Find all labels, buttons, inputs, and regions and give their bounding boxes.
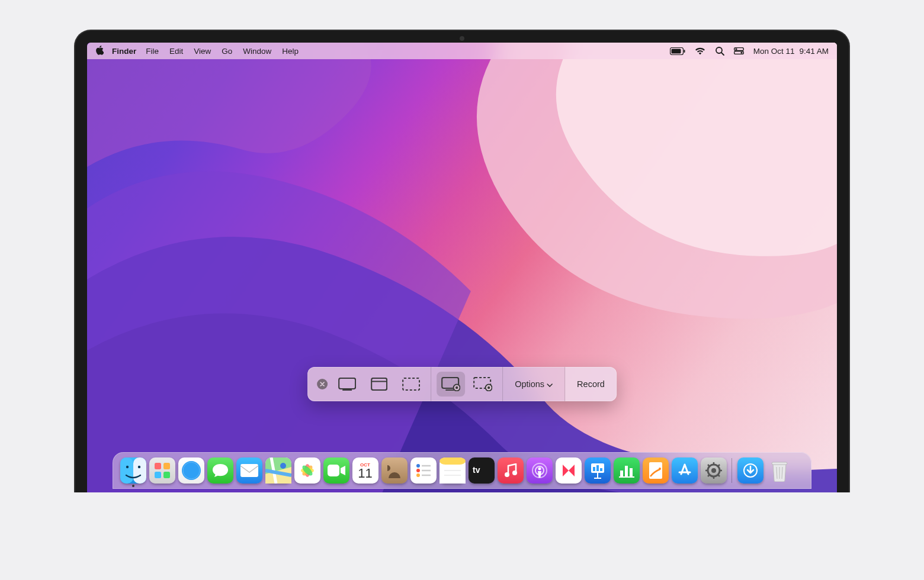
- dock-app-tv[interactable]: tv: [469, 457, 495, 484]
- svg-line-77: [708, 475, 710, 476]
- dock-app-keynote[interactable]: [585, 457, 611, 484]
- svg-rect-79: [772, 462, 787, 465]
- dock-app-notes[interactable]: [439, 457, 466, 484]
- wallpaper: [87, 43, 837, 492]
- svg-line-4: [721, 53, 724, 55]
- wifi-icon[interactable]: [695, 47, 705, 55]
- dock-separator: [732, 458, 732, 483]
- dock-trash[interactable]: [766, 457, 793, 484]
- active-indicator: [132, 485, 134, 487]
- svg-point-40: [416, 464, 420, 468]
- tv-icon: tv: [473, 465, 490, 476]
- menubar-date[interactable]: Mon Oct 11: [753, 47, 795, 56]
- dock-app-system-preferences[interactable]: [701, 457, 727, 484]
- svg-rect-27: [155, 472, 161, 478]
- svg-point-69: [711, 468, 716, 473]
- capture-portion-button[interactable]: [397, 372, 425, 397]
- svg-point-24: [137, 466, 140, 468]
- dock-app-finder[interactable]: [120, 457, 146, 484]
- dock-app-numbers[interactable]: [614, 457, 640, 484]
- svg-point-6: [735, 48, 737, 50]
- record-button[interactable]: Record: [565, 367, 617, 401]
- svg-rect-47: [439, 465, 466, 484]
- svg-point-23: [126, 466, 128, 468]
- dock-app-facetime[interactable]: [323, 457, 349, 484]
- active-app-name[interactable]: Finder: [112, 47, 136, 56]
- dock-app-appstore[interactable]: [672, 457, 698, 484]
- svg-point-42: [416, 469, 420, 472]
- close-button[interactable]: [317, 379, 328, 389]
- desktop-screen: Finder File Edit View Go Window Help: [87, 43, 837, 492]
- record-label: Record: [577, 379, 605, 389]
- dock-app-podcasts[interactable]: [527, 457, 553, 484]
- chevron-down-icon: [547, 379, 553, 389]
- svg-rect-64: [630, 468, 633, 476]
- svg-rect-38: [328, 465, 339, 476]
- svg-rect-11: [371, 378, 387, 390]
- menu-help[interactable]: Help: [282, 47, 299, 56]
- svg-rect-63: [625, 466, 628, 476]
- options-button[interactable]: Options: [503, 367, 564, 401]
- dock-app-launchpad[interactable]: [149, 457, 175, 484]
- dock-container: OCT 11 tv: [113, 452, 811, 492]
- svg-point-33: [280, 463, 286, 469]
- camera-dot: [460, 36, 464, 41]
- dock-app-photos[interactable]: [294, 457, 320, 484]
- svg-rect-59: [593, 467, 595, 471]
- dock-app-messages[interactable]: [207, 457, 233, 484]
- dock-app-safari[interactable]: [178, 457, 204, 484]
- dock-app-news[interactable]: [556, 457, 582, 484]
- svg-line-74: [708, 465, 710, 466]
- control-center-icon[interactable]: [734, 47, 744, 54]
- capture-entire-screen-button[interactable]: [333, 372, 361, 397]
- dock-app-mail[interactable]: [236, 457, 262, 484]
- dock-app-reminders[interactable]: [410, 457, 437, 484]
- battery-icon[interactable]: [670, 47, 685, 55]
- dock-app-contacts[interactable]: [381, 457, 408, 484]
- svg-rect-13: [403, 378, 419, 390]
- screenshot-toolbar: Options Record: [307, 367, 617, 401]
- svg-rect-31: [240, 464, 258, 477]
- svg-rect-60: [596, 465, 599, 471]
- svg-rect-61: [600, 468, 602, 471]
- menu-bar: Finder File Edit View Go Window Help: [87, 43, 837, 59]
- menu-file[interactable]: File: [146, 47, 159, 56]
- svg-rect-25: [155, 463, 161, 469]
- svg-point-51: [505, 472, 509, 477]
- svg-point-67: [659, 468, 661, 470]
- svg-line-76: [718, 465, 720, 466]
- record-portion-button[interactable]: [469, 372, 497, 397]
- svg-point-8: [740, 51, 742, 53]
- svg-rect-28: [163, 472, 170, 478]
- menu-view[interactable]: View: [194, 47, 211, 56]
- apple-menu-icon[interactable]: [95, 46, 104, 57]
- svg-rect-62: [620, 471, 623, 476]
- svg-point-52: [512, 471, 517, 475]
- dock-app-pages[interactable]: [643, 457, 669, 484]
- svg-rect-26: [163, 463, 170, 469]
- svg-point-17: [455, 386, 458, 389]
- svg-rect-46: [439, 457, 466, 465]
- svg-point-44: [416, 473, 420, 477]
- spotlight-icon[interactable]: [715, 46, 724, 56]
- laptop-bezel: Finder File Edit View Go Window Help: [74, 30, 850, 492]
- svg-text:tv: tv: [473, 465, 480, 475]
- capture-window-button[interactable]: [365, 372, 393, 397]
- svg-rect-2: [684, 50, 685, 53]
- laptop-frame: Finder File Edit View Go Window Help: [74, 30, 850, 492]
- svg-point-39: [387, 465, 390, 471]
- menu-edit[interactable]: Edit: [169, 47, 183, 56]
- dock-downloads[interactable]: [737, 457, 763, 484]
- menubar-time[interactable]: 9:41 AM: [799, 47, 829, 56]
- svg-rect-1: [671, 49, 681, 53]
- dock: OCT 11 tv: [113, 452, 811, 489]
- calendar-day: 11: [358, 467, 372, 480]
- dock-app-music[interactable]: [498, 457, 524, 484]
- svg-point-20: [487, 386, 490, 389]
- svg-point-29: [182, 461, 201, 480]
- dock-app-maps[interactable]: [265, 457, 291, 484]
- dock-app-calendar[interactable]: OCT 11: [352, 457, 378, 484]
- record-entire-screen-button[interactable]: [437, 372, 465, 397]
- menu-window[interactable]: Window: [243, 47, 271, 56]
- menu-go[interactable]: Go: [222, 47, 232, 56]
